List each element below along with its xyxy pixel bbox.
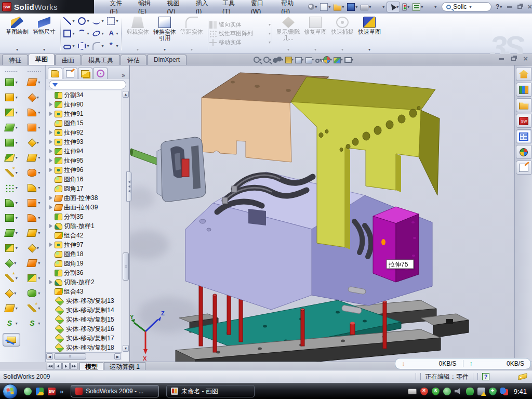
security-shield-icon[interactable] [432, 388, 440, 395]
dropdown-caret[interactable]: ▾ [16, 47, 18, 52]
dropdown-caret[interactable]: ▾ [355, 5, 357, 9]
sync-icon[interactable] [500, 388, 508, 395]
expand-arrow-icon[interactable] [49, 168, 53, 172]
help-button[interactable]: ? [496, 3, 499, 10]
scrollbar-thumb[interactable]: ≡ [123, 252, 129, 281]
dropdown-caret[interactable]: ▾ [38, 201, 40, 205]
expand-arrow-icon[interactable] [49, 158, 53, 163]
ribbon-tab[interactable]: 草图 [29, 54, 55, 65]
dropdown-caret[interactable]: ▾ [72, 44, 74, 48]
panel-tab[interactable] [78, 68, 92, 79]
tree-horizontal-scrollbar[interactable]: ◀ ≡ ▶ [46, 352, 122, 360]
task-pane-tab[interactable] [516, 98, 531, 112]
filter-input[interactable] [49, 80, 126, 89]
toolbar-button[interactable]: ▾ [5, 210, 18, 225]
panel-overflow-chevron[interactable]: » [118, 72, 128, 79]
taskbar-task-button[interactable]: SolidWorks 2009 - ... [71, 385, 159, 397]
toolbar-button[interactable]: ▾ [28, 150, 40, 165]
dropdown-caret[interactable]: ▾ [101, 19, 103, 23]
tree-item[interactable]: 曲面-拉伸38 [49, 193, 122, 203]
dropdown-caret[interactable]: ▾ [269, 31, 271, 36]
dropdown-caret[interactable]: ▾ [312, 58, 314, 62]
dropdown-caret[interactable]: ▾ [16, 140, 18, 145]
tree-item[interactable]: 实体-移动/复制17 [49, 334, 122, 343]
expand-arrow-icon[interactable] [49, 224, 53, 228]
toolbar-button[interactable]: ▾ [28, 256, 40, 271]
tree-item[interactable]: 实体-移动/复制14 [49, 305, 122, 315]
tree-item[interactable]: 圆角18 [49, 249, 122, 259]
restore-button[interactable] [517, 5, 522, 9]
toolbar-button[interactable]: ▾ [411, 2, 424, 12]
scroll-left-arrow[interactable]: ◀ [46, 353, 53, 360]
dropdown-caret[interactable]: ▾ [14, 291, 16, 296]
sketch-entity-button[interactable]: ▾ [91, 28, 105, 40]
hud-button[interactable]: ▾ [315, 57, 322, 63]
hud-button[interactable]: ▾ [263, 57, 272, 63]
dropdown-caret[interactable]: ▾ [341, 58, 343, 62]
dropdown-caret[interactable]: ▾ [314, 47, 316, 52]
expand-arrow-icon[interactable] [49, 196, 53, 200]
ribbon-tab[interactable]: 曲面 [55, 55, 81, 65]
toolbar-button[interactable]: ▾ [5, 241, 18, 256]
hud-button[interactable]: ▾ [254, 57, 262, 63]
command-button[interactable]: 转换实体引用 ▾ [151, 15, 178, 52]
command-button[interactable]: 线性草图阵列 ▾ [209, 30, 271, 37]
dropdown-caret[interactable]: ▾ [282, 58, 284, 62]
dropdown-caret[interactable]: ▾ [328, 5, 330, 9]
command-button[interactable]: 快速捕捉 ▾ [329, 15, 356, 52]
quick-tips-icon[interactable]: ? [482, 373, 489, 380]
dropdown-caret[interactable]: ▾ [16, 155, 18, 160]
help-dropdown[interactable]: ▾ [500, 5, 502, 9]
command-button[interactable]: 移动实体 ▾ [209, 38, 271, 46]
quick-launch-solidworks-icon[interactable]: SW [48, 388, 56, 395]
toolbar-button[interactable]: ▾ [360, 2, 372, 11]
command-button[interactable]: 修复草图 ▾ [302, 15, 329, 52]
command-button[interactable]: 快速草图 ▾ [356, 15, 383, 52]
hud-button[interactable]: ▾ [305, 56, 314, 63]
panel-tab[interactable] [63, 68, 77, 79]
dropdown-caret[interactable]: ▾ [16, 276, 18, 281]
network-warning-icon[interactable] [477, 388, 485, 395]
toolbar-button[interactable]: ▾ [28, 195, 40, 210]
locating-pin-red[interactable] [350, 322, 355, 335]
messenger-icon[interactable] [466, 388, 474, 395]
sketch-entity-button[interactable]: ▾ [76, 15, 91, 28]
dropdown-caret[interactable]: ▾ [16, 185, 18, 190]
dropdown-caret[interactable]: ▾ [315, 5, 317, 9]
task-pane-tab[interactable] [516, 161, 531, 175]
dropdown-caret[interactable]: ▾ [101, 31, 103, 36]
dropdown-caret[interactable]: ▾ [260, 58, 262, 62]
dropdown-caret[interactable]: ▾ [287, 47, 289, 52]
scroll-up-arrow[interactable]: ▲ [123, 91, 129, 98]
sketch-entity-button[interactable]: ▾ [105, 28, 120, 40]
search-box[interactable]: Solic ▾ [442, 2, 491, 11]
command-button[interactable]: 草图绘制 ▾ [4, 15, 31, 52]
taskbar-task-button[interactable]: 未命名 - 画图 [166, 385, 255, 397]
doc-close-button[interactable]: × [523, 56, 528, 62]
command-button[interactable]: 等距实体 ▾ [178, 15, 205, 52]
toolbar-button[interactable]: ▾ [28, 210, 40, 225]
tree-item[interactable]: 曲面-拉伸39 [49, 203, 122, 212]
toolbar-button[interactable]: ▾ [6, 286, 16, 301]
dropdown-caret[interactable]: ▾ [38, 231, 40, 235]
hud-button[interactable]: ▾ [295, 56, 304, 63]
dropdown-caret[interactable]: ▾ [16, 110, 18, 115]
ribbon-tab[interactable]: DimXpert [147, 55, 187, 65]
toolbar-button[interactable]: ▾ [5, 316, 18, 331]
toolbar-button[interactable]: ▾ [29, 241, 39, 256]
model-tab[interactable]: 运动算例 1 [104, 362, 145, 370]
tree-item[interactable]: 拉伸97 [49, 240, 122, 249]
hud-button[interactable]: ▾ [273, 55, 284, 64]
dropdown-caret[interactable]: ▾ [269, 40, 271, 45]
tree-item[interactable]: 拉伸91 [49, 109, 122, 118]
tree-item[interactable]: 拉伸94 [49, 147, 122, 156]
tag-icon[interactable] [518, 373, 527, 380]
doc-restore-button[interactable] [511, 57, 516, 61]
dropdown-caret[interactable]: ▾ [137, 47, 139, 52]
ribbon-tab[interactable]: 特征 [2, 55, 28, 65]
dropdown-caret[interactable]: ▾ [16, 95, 18, 100]
antivirus-alert-icon[interactable] [420, 388, 428, 395]
dropdown-caret[interactable]: ▾ [38, 306, 40, 311]
sketch-entity-button[interactable]: ▾ [91, 15, 105, 28]
toolbar-button[interactable]: ▾ [5, 150, 18, 165]
